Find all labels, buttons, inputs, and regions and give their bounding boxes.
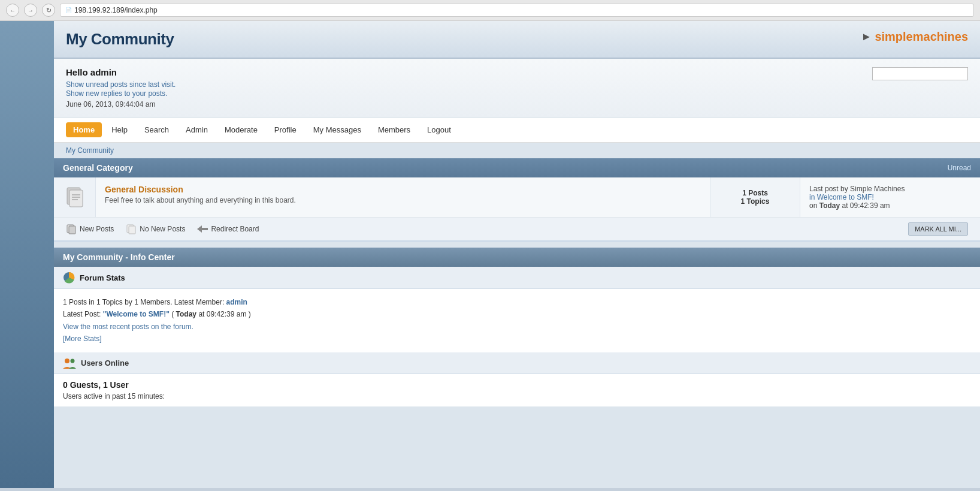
- search-input-top[interactable]: [872, 67, 968, 80]
- forum-stats-text: 1 Posts in 1 Topics by 1 Members. Latest…: [63, 298, 224, 306]
- reload-button[interactable]: ↻: [42, 4, 55, 17]
- nav-item-my-messages[interactable]: My Messages: [306, 122, 368, 137]
- active-label: Users active in past 15 minutes:: [63, 392, 971, 400]
- mark-all-button[interactable]: MARK ALL MI...: [908, 222, 968, 236]
- board-description: Feel free to talk about anything and eve…: [105, 196, 701, 204]
- forum-stats-body: 1 Posts in 1 Topics by 1 Members. Latest…: [54, 289, 980, 353]
- lastpost-time: on Today at 09:42:39 am: [809, 201, 971, 210]
- paren-open: (: [171, 310, 174, 318]
- forum-stats-heading: Forum Stats: [80, 273, 125, 282]
- forward-button[interactable]: →: [24, 4, 37, 17]
- info-center-body: Forum Stats 1 Posts in 1 Topics by 1 Mem…: [54, 267, 980, 406]
- lastpost-today: Today: [819, 201, 840, 210]
- site-title: My Community: [66, 30, 174, 49]
- info-center-title: My Community - Info Center: [63, 252, 175, 262]
- welcome-text: Hello admin Show unread posts since last…: [66, 67, 176, 109]
- nav-item-admin[interactable]: Admin: [179, 122, 215, 137]
- board-container: General Category Unread General Dis: [54, 158, 980, 242]
- nav-bar: Home Help Search Admin Moderate Profile …: [54, 118, 980, 143]
- lastpost-by: Last post by Simple Machines: [809, 185, 971, 193]
- smf-logo-icon: ►: [861, 31, 872, 43]
- page-wrapper: My Community ► simplemachines Hello admi…: [0, 21, 980, 488]
- smf-logo: ► simplemachines: [861, 30, 968, 44]
- smf-logo-machines: machines: [913, 30, 968, 43]
- new-posts-icon: [66, 224, 77, 234]
- board-info-cell: General Discussion Feel free to talk abo…: [96, 177, 710, 217]
- forum-stats-icon: [63, 272, 75, 284]
- legend-new-posts: New Posts: [66, 224, 114, 234]
- welcome-heading: Hello admin: [66, 67, 176, 77]
- svg-rect-6: [69, 226, 75, 234]
- legend-row: New Posts No New Posts Redirect Boa: [54, 218, 980, 242]
- nav-item-moderate[interactable]: Moderate: [217, 122, 265, 137]
- nav-item-help[interactable]: Help: [104, 122, 135, 137]
- site-header: My Community ► simplemachines: [54, 21, 980, 59]
- post-time: at 09:42:39 am: [198, 310, 246, 318]
- breadcrumb-link[interactable]: My Community: [66, 146, 114, 155]
- board-lastpost-cell: Last post by Simple Machines in Welcome …: [800, 177, 980, 217]
- back-button[interactable]: ←: [6, 4, 19, 17]
- board-topics-count: 1 Topics: [741, 197, 770, 206]
- smf-logo-simple: simple: [875, 30, 912, 43]
- latest-post-label: Latest Post:: [63, 310, 101, 318]
- lastpost-in: in Welcome to SMF!: [809, 193, 971, 201]
- users-count: 0 Guests, 1 User: [63, 380, 971, 390]
- users-online-icon: [63, 358, 76, 369]
- latest-post-link[interactable]: "Welcome to SMF!": [103, 310, 170, 318]
- nav-item-members[interactable]: Members: [371, 122, 418, 137]
- board-topics-stat: 1 Topics: [722, 197, 788, 206]
- nav-item-logout[interactable]: Logout: [420, 122, 458, 137]
- legend-redirect: Redirect Board: [197, 225, 259, 233]
- url-bar[interactable]: 📄 198.199.92.189/index.php: [60, 4, 974, 17]
- new-replies-link[interactable]: Show new replies to your posts.: [66, 89, 167, 98]
- url-lock-icon: 📄: [65, 7, 72, 13]
- board-stats-cell: 1 Posts 1 Topics: [710, 177, 800, 217]
- svg-point-11: [65, 359, 69, 363]
- no-new-posts-label: No New Posts: [140, 225, 185, 233]
- nav-item-profile[interactable]: Profile: [267, 122, 304, 137]
- lastpost-in-link[interactable]: in Welcome to SMF!: [809, 193, 874, 201]
- board-icon-cell: [54, 177, 96, 217]
- lastpost-at: at 09:42:39 am: [842, 201, 890, 210]
- nav-item-search[interactable]: Search: [137, 122, 176, 137]
- today-label: Today: [176, 310, 196, 318]
- more-stats-link[interactable]: [More Stats]: [63, 335, 102, 343]
- legend-no-new-posts: No New Posts: [126, 224, 185, 234]
- board-posts-count: 1 Posts: [742, 189, 768, 197]
- redirect-icon: [197, 225, 208, 233]
- svg-rect-1: [69, 190, 83, 207]
- left-sidebar: [0, 21, 54, 488]
- forum-stats-summary: 1 Posts in 1 Topics by 1 Members. Latest…: [63, 296, 971, 308]
- legend-items: New Posts No New Posts Redirect Boa: [66, 224, 259, 234]
- latest-member-link[interactable]: admin: [226, 298, 247, 306]
- welcome-box: Hello admin Show unread posts since last…: [54, 59, 980, 118]
- no-new-posts-icon: [126, 224, 137, 234]
- recent-posts-link[interactable]: View the most recent posts on the forum.: [63, 323, 193, 331]
- category-title: General Category: [63, 163, 133, 173]
- paren-close: ): [249, 310, 251, 318]
- category-header: General Category Unread: [54, 158, 980, 177]
- forum-stats-header: Forum Stats: [54, 267, 980, 289]
- welcome-timestamp: June 06, 2013, 09:44:04 am: [66, 100, 176, 109]
- new-posts-label: New Posts: [80, 225, 114, 233]
- main-content: My Community ► simplemachines Hello admi…: [54, 21, 980, 488]
- svg-rect-8: [129, 226, 135, 234]
- info-center: My Community - Info Center Forum Stats 1…: [54, 248, 980, 406]
- board-posts-icon: [63, 185, 86, 209]
- redirect-label: Redirect Board: [211, 225, 259, 233]
- svg-marker-9: [197, 225, 208, 233]
- svg-point-12: [71, 359, 75, 363]
- lastpost-on: on: [809, 201, 817, 210]
- users-online-body: 0 Guests, 1 User Users active in past 15…: [54, 374, 980, 406]
- breadcrumb: My Community: [54, 143, 980, 158]
- users-online-header: Users Online: [54, 353, 980, 374]
- latest-post-line: Latest Post: "Welcome to SMF!" ( Today a…: [63, 308, 971, 320]
- unread-posts-link[interactable]: Show unread posts since last visit.: [66, 80, 176, 89]
- board-title[interactable]: General Discussion: [105, 185, 183, 194]
- category-unread-label: Unread: [948, 164, 971, 172]
- nav-item-home[interactable]: Home: [66, 122, 102, 137]
- board-posts-stat: 1 Posts: [722, 189, 788, 197]
- smf-logo-text: simplemachines: [875, 30, 968, 44]
- board-row: General Discussion Feel free to talk abo…: [54, 177, 980, 218]
- users-online-heading: Users Online: [81, 359, 129, 368]
